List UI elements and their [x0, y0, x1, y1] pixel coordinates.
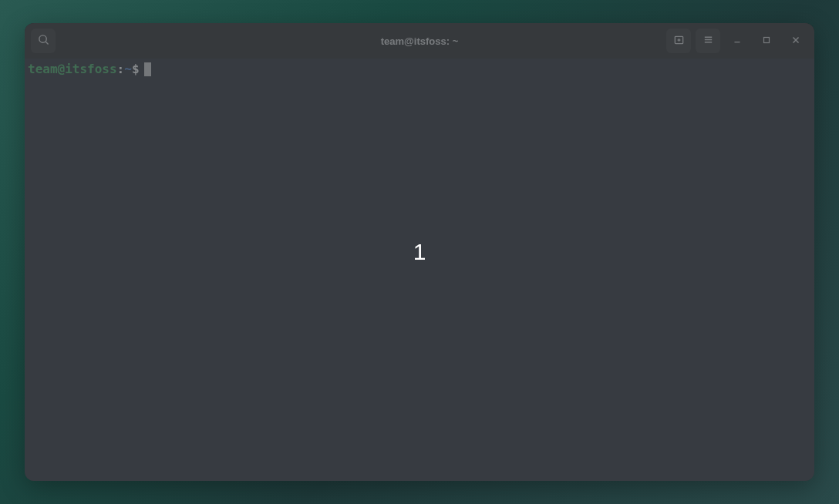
- svg-rect-9: [764, 37, 770, 42]
- terminal-window: team@itsfoss: ~: [25, 23, 814, 481]
- prompt-colon: :: [117, 62, 125, 78]
- new-tab-icon: [673, 34, 685, 48]
- maximize-icon: [761, 35, 772, 48]
- titlebar: team@itsfoss: ~: [25, 23, 814, 59]
- menu-button[interactable]: [696, 29, 720, 53]
- search-button[interactable]: [31, 29, 56, 53]
- close-button[interactable]: [783, 29, 808, 53]
- prompt-path: ~: [124, 62, 132, 78]
- prompt-user: team: [28, 62, 58, 78]
- terminal-content[interactable]: team@itsfoss:~$: [25, 59, 814, 481]
- svg-point-0: [39, 35, 45, 42]
- hamburger-icon: [703, 34, 714, 48]
- maximize-button[interactable]: [754, 29, 779, 53]
- window-title: team@itsfoss: ~: [381, 35, 458, 47]
- new-tab-button[interactable]: [666, 29, 691, 53]
- search-icon: [38, 34, 49, 48]
- prompt-host: itsfoss: [65, 62, 116, 78]
- terminal-cursor: [144, 62, 151, 76]
- close-icon: [790, 35, 801, 48]
- minimize-icon: [732, 35, 743, 48]
- prompt-dollar: $: [132, 62, 140, 78]
- titlebar-left: [31, 29, 56, 53]
- svg-line-1: [45, 42, 48, 44]
- minimize-button[interactable]: [725, 29, 750, 53]
- prompt-line: team@itsfoss:~$: [28, 62, 811, 78]
- prompt-at: @: [58, 62, 66, 78]
- titlebar-right: [666, 29, 808, 53]
